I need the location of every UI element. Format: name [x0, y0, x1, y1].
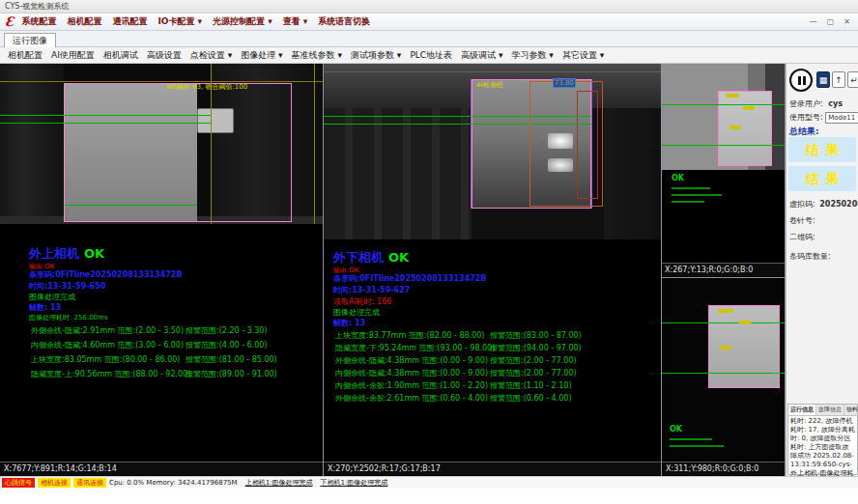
- machine-edge: [324, 71, 661, 72]
- camera-title: 外下相机OK: [333, 249, 409, 266]
- result-ok: OK: [84, 246, 104, 261]
- preview-bottom-image[interactable]: OK: [662, 278, 785, 462]
- menu-camera-config[interactable]: 相机配置: [67, 15, 101, 28]
- needle-row: 卷针号:: [789, 215, 815, 226]
- process-status: 图像处理完成: [333, 307, 380, 318]
- tool-test-params[interactable]: 测试项参数 ▾: [351, 49, 401, 62]
- product-region: [65, 84, 197, 221]
- alarm-range: 报警范围:(4.00 - 6.00): [186, 340, 268, 350]
- alarm-range: 报警范围:(2.20 - 3.30): [186, 325, 268, 336]
- model-select[interactable]: Mode11: [825, 112, 858, 124]
- menu-comm-config[interactable]: 通讯配置: [112, 15, 147, 28]
- result-box-lower: 结果: [788, 166, 856, 191]
- measure-text: 内侧余线-隐藏:4.38mm 范围:(0.00 - 9.00): [335, 368, 490, 378]
- pixel-coordinates: X:311;Y:980;R:0;G:0;B:0: [662, 462, 785, 475]
- measure-line-green: [0, 123, 211, 124]
- alarm-range: 报警范围:(83.00 - 87.00): [490, 330, 582, 341]
- guide-line-violet: [591, 79, 592, 209]
- product-region: [718, 91, 772, 166]
- guide-line-yellow: [314, 64, 315, 224]
- info-tabs: 运行信息 故障信息 物料信息: [788, 405, 857, 416]
- measurement-row: 上块宽度:83.77mm 范围:(82.00 - 88.00) 报警范围:(83…: [335, 330, 654, 341]
- app-window: CYS-视觉检测系统 Ɛ 系统配置 相机配置 通讯配置 IO卡配置 ▾ 光源控制…: [0, 0, 858, 504]
- tool-advanced-debug[interactable]: 高级调试 ▾: [461, 49, 502, 62]
- window-controls: — ▢ ✕: [810, 17, 850, 26]
- preview-info-line: [672, 201, 704, 203]
- tool-ai-usage-config[interactable]: AI使用配置: [51, 49, 95, 62]
- measure-text: 隐藏宽度-下:95.24mm 范围:(93.00 - 98.00): [335, 343, 490, 353]
- tool-camera-config[interactable]: 相机配置: [8, 49, 43, 62]
- measurement-row: 上块宽度:83.05mm 范围:(80.00 - 86.00) 报警范围:(81…: [31, 354, 321, 365]
- tool-baseline-params[interactable]: 基准线参数 ▾: [292, 49, 342, 62]
- capture-button[interactable]: ▦: [816, 71, 830, 88]
- minimize-icon[interactable]: —: [810, 17, 817, 26]
- overlay-yellow-line: [0, 81, 323, 82]
- tool-learning-params[interactable]: 学习参数 ▾: [512, 49, 554, 62]
- frame-count: 帧数: 13: [333, 318, 365, 328]
- barcode-text: 条形码:0FITline2025020813313472B: [29, 269, 182, 280]
- measure-line-green: [65, 205, 197, 206]
- pixel-coordinates: X:267;Y:13;R:0;G:0;B:0: [662, 263, 785, 276]
- measurement-row: 隐藏宽度-上:90.56mm 范围:(88.00 - 92.00) 报警范围:(…: [31, 369, 321, 379]
- connector-tab: [197, 108, 234, 133]
- annotation-tag: [729, 126, 741, 129]
- maximize-icon[interactable]: ▢: [827, 17, 835, 26]
- alarm-range: 报警范围:(0.60 - 4.00): [490, 393, 572, 404]
- tool-advanced-settings[interactable]: 高级设置: [147, 49, 182, 62]
- center-camera-image[interactable]: AI检测框 73.80: [324, 64, 661, 239]
- threshold-overlay-text: NG阈值:93, 吻合阈值:100: [166, 82, 247, 92]
- status-bar: 心跳信号 相机连接 通讯连接 Cpu: 0.0% Memory: 3424.41…: [0, 476, 858, 488]
- tool-image-processing[interactable]: 图像处理 ▾: [241, 49, 282, 62]
- measure-text: 外侧余线-余胶:2.61mm 范围:(0.60 - 4.00): [335, 393, 490, 404]
- preview-column: OK X:267;Y:13;R:0;G:0;B:0 OK X:311;Y:980…: [662, 64, 785, 476]
- tab-material-info[interactable]: 物料信息: [844, 405, 858, 415]
- guide-line-violet: [471, 79, 472, 209]
- alarm-range: 报警范围:(81.00 - 85.00): [186, 354, 277, 365]
- process-status: 图像处理完成: [29, 292, 75, 302]
- pause-icon: [798, 76, 801, 85]
- time-text: 时间:13-31-59-650: [29, 281, 105, 292]
- measure-line-green: [662, 373, 785, 374]
- login-label: 登录用户:: [789, 99, 823, 108]
- window-title: CYS-视觉检测系统: [5, 2, 69, 11]
- pause-icon: [803, 76, 806, 85]
- needle-label: 卷针号:: [789, 216, 815, 225]
- tool-plc-address[interactable]: PLC地址表: [410, 49, 452, 62]
- annotation-tag: [739, 321, 751, 324]
- left-camera-image[interactable]: NG阈值:93, 吻合阈值:100: [0, 64, 323, 224]
- result-ok: OK: [388, 250, 409, 265]
- tool-spot-check[interactable]: 点检设置 ▾: [190, 49, 232, 62]
- login-user: cys: [828, 99, 843, 108]
- barcode-count-row: 条码库数量:: [789, 251, 831, 262]
- menu-view[interactable]: 查看 ▾: [283, 15, 308, 28]
- preview-info-line: [672, 194, 722, 196]
- machine-background: [0, 64, 64, 224]
- measure-line-green: [324, 124, 591, 125]
- preview-top-image[interactable]: [662, 64, 785, 170]
- process-time: 图像处理耗时: 256.00ms: [29, 313, 108, 322]
- tab-fault-info[interactable]: 故障信息: [816, 405, 844, 415]
- arrow-up-button[interactable]: ↑: [832, 71, 845, 88]
- machine-background: [324, 108, 472, 239]
- menu-light-config[interactable]: 光源控制配置 ▾: [213, 15, 272, 28]
- pause-button[interactable]: [789, 69, 813, 92]
- tool-other-settings[interactable]: 其它设置 ▾: [562, 49, 604, 62]
- measure-text: 隐藏宽度-上:90.56mm 范围:(88.00 - 92.00): [31, 369, 186, 379]
- measurement-row: 外侧余线-余胶:2.61mm 范围:(0.60 - 4.00) 报警范围:(0.…: [335, 393, 654, 404]
- tab-run-info[interactable]: 运行信息: [788, 405, 816, 415]
- menu-system-config[interactable]: 系统配置: [21, 15, 56, 28]
- roi-box-red: [577, 91, 598, 199]
- alarm-range: 报警范围:(1.10 - 2.10): [490, 380, 572, 391]
- ai-box-label: AI检测框: [476, 80, 503, 90]
- tab-run-image[interactable]: 运行图像: [4, 33, 56, 47]
- qrcode-label: 二维码:: [789, 233, 815, 241]
- menu-io-config[interactable]: IO卡配置 ▾: [157, 15, 202, 28]
- upper-camera-status: 上相机1:图像处理完成: [245, 478, 313, 488]
- titlebar: CYS-视觉检测系统: [0, 0, 858, 14]
- close-icon[interactable]: ✕: [844, 17, 850, 26]
- measure-line-green: [0, 115, 211, 116]
- measurement-row: 隐藏宽度-下:95.24mm 范围:(93.00 - 98.00) 报警范围:(…: [335, 343, 654, 353]
- return-button[interactable]: ↵: [847, 71, 858, 88]
- menu-language[interactable]: 系统语言切换: [318, 15, 370, 28]
- tool-camera-debug[interactable]: 相机调试: [103, 49, 138, 62]
